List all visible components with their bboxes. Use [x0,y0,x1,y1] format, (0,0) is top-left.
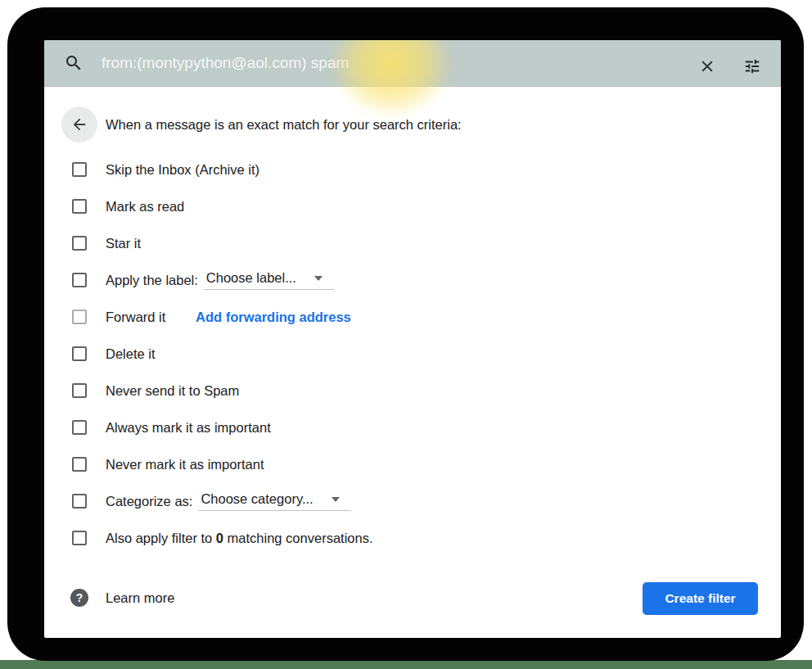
learn-more-link[interactable]: Learn more [106,590,174,606]
option-row-also-apply: Also apply filter to 0 matching conversa… [72,526,373,550]
option-label: Star it [106,236,141,251]
arrow-back-icon [70,115,88,133]
page-title: When a message is an exact match for you… [106,117,462,133]
desktop-background-strip [0,660,812,669]
option-row-apply-label: Apply the label: Choose label... [72,268,334,292]
checkbox-categorize[interactable] [72,494,87,509]
choose-label-dropdown[interactable]: Choose label... [204,270,334,290]
dropdown-value: Choose label... [206,270,296,286]
checkbox-delete-it[interactable] [72,346,87,361]
option-row-never-important: Never mark it as important [72,452,264,477]
option-row-categorize: Categorize as: Choose category... [72,489,351,513]
chevron-down-icon [314,276,323,281]
dropdown-value: Choose category... [201,491,313,507]
option-label: Delete it [106,346,156,362]
option-label: Always mark it as important [106,420,271,436]
window-frame: When a message is an exact match for you… [7,7,804,661]
option-label: Mark as read [106,199,184,215]
close-icon[interactable] [698,57,716,75]
option-row-forward-it: Forward it Add forwarding address [72,305,351,329]
checkbox-mark-read[interactable] [72,199,87,214]
checkbox-also-apply[interactable] [72,531,87,545]
create-filter-button[interactable]: Create filter [643,582,758,615]
add-forwarding-address-link[interactable]: Add forwarding address [196,310,351,325]
option-row-never-spam: Never send it to Spam [72,378,239,403]
option-row-delete-it: Delete it [72,341,156,366]
also-apply-prefix: Also apply filter to [106,531,216,545]
checkbox-always-important[interactable] [72,420,87,435]
checkbox-never-important[interactable] [72,457,87,472]
checkbox-apply-label[interactable] [72,273,87,287]
option-row-star-it: Star it [72,231,141,255]
chevron-down-icon [332,497,340,502]
back-button[interactable] [61,106,97,142]
option-label: Never send it to Spam [106,383,239,399]
option-row-mark-read: Mark as read [72,194,184,219]
checkbox-skip-inbox[interactable] [72,162,87,177]
option-label: Never mark it as important [106,457,264,472]
also-apply-suffix: matching conversations. [223,531,373,545]
option-label: Categorize as: [106,494,192,509]
option-row-skip-inbox: Skip the Inbox (Archive it) [72,157,259,182]
checkbox-star-it[interactable] [72,236,87,251]
option-label: Apply the label: [106,273,198,288]
option-label: Forward it [106,310,196,325]
option-label: Skip the Inbox (Archive it) [106,162,259,178]
checkbox-forward-it[interactable] [72,310,87,324]
option-label: Also apply filter to 0 matching conversa… [106,531,373,546]
search-input[interactable] [102,40,544,86]
filter-panel: When a message is an exact match for you… [44,40,781,638]
help-icon[interactable]: ? [70,589,88,607]
search-icon[interactable] [64,53,83,73]
checkbox-never-spam[interactable] [72,383,87,398]
option-row-always-important: Always mark it as important [72,415,271,440]
choose-category-dropdown[interactable]: Choose category... [198,491,350,511]
search-bar [44,40,781,87]
matching-count: 0 [216,531,223,545]
tune-icon[interactable] [743,57,761,75]
